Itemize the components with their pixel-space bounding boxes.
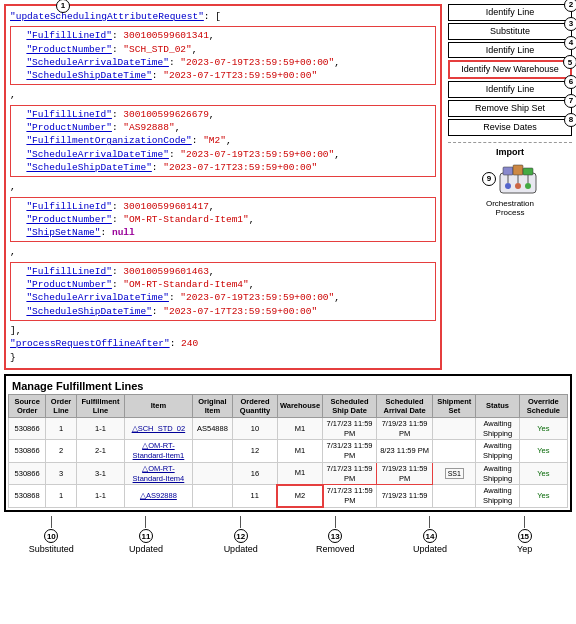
json-block-3: "FulfillLineId": 300100599601417, "Produ… xyxy=(10,197,436,243)
annotation-14: 14 Updated xyxy=(410,516,450,554)
cell-fulfillment-line: 3-1 xyxy=(76,462,124,485)
cell-qty: 12 xyxy=(233,440,278,463)
callout-identify-line-4: Identify Line 4 xyxy=(448,42,572,59)
cell-arrival-date: 7/19/23 11:59 PM xyxy=(377,462,433,485)
cell-order-line: 1 xyxy=(46,485,77,508)
json-line: "FulfillmentOrganizationCode": "M2", xyxy=(15,134,431,147)
cell-qty: 11 xyxy=(233,485,278,508)
cell-ship-date: 7/17/23 11:59 PM xyxy=(323,417,377,440)
item-link[interactable]: △OM-RT-Standard-Item1 xyxy=(133,441,185,460)
json-comma: , xyxy=(10,88,436,101)
annotation-line xyxy=(51,516,52,528)
callout-number-7: 7 xyxy=(564,94,576,108)
annotation-circle: 15 xyxy=(518,529,532,543)
cell-order-line: 1 xyxy=(46,417,77,440)
col-order-line: Order Line xyxy=(46,394,77,417)
svg-point-8 xyxy=(515,183,521,189)
callout-label: Revise Dates xyxy=(483,122,537,132)
annotation-circle: 10 xyxy=(44,529,58,543)
callout-label: Remove Ship Set xyxy=(475,103,545,113)
json-root-close: } xyxy=(10,351,436,364)
col-override: Override Schedule xyxy=(519,394,567,417)
annotation-label: Removed xyxy=(316,544,355,554)
callout-label: Identify New Warehouse xyxy=(461,64,559,74)
json-line: "ScheduleShipDateTime": "2023-07-17T23:5… xyxy=(15,161,431,174)
cell-warehouse: M1 xyxy=(277,440,322,463)
annotation-12: 12 Updated xyxy=(221,516,261,554)
cell-arrival-date: 8/23 11:59 PM xyxy=(377,440,433,463)
cell-shipset: SS1 xyxy=(433,462,476,485)
cell-qty: 16 xyxy=(233,462,278,485)
annotations-row: 10 Substituted 11 Updated 12 Updated 13 … xyxy=(0,516,576,554)
cell-item: △OM-RT-Standard-Item4 xyxy=(125,462,193,485)
annotation-circle: 13 xyxy=(328,529,342,543)
cell-source: 530866 xyxy=(9,440,46,463)
shipset-badge: SS1 xyxy=(445,468,464,479)
fulfillment-table: Source Order Order Line Fulfillment Line… xyxy=(8,394,568,509)
json-line: "ShipSetName": null xyxy=(15,226,431,239)
cell-source: 530866 xyxy=(9,417,46,440)
annotation-line xyxy=(335,516,336,528)
cell-qty: 10 xyxy=(233,417,278,440)
callout-identify-line-2: Identify Line 2 xyxy=(448,4,572,21)
annotation-circle: 12 xyxy=(234,529,248,543)
cell-orig-item: AS54888 xyxy=(192,417,232,440)
table-row: 530866 1 1-1 △SCH_STD_02 AS54888 10 M1 7… xyxy=(9,417,568,440)
json-line: "FulfillLineId": 300100599601417, xyxy=(15,200,431,213)
json-line: "ProductNumber": "SCH_STD_02", xyxy=(15,43,431,56)
json-line: "ScheduleShipDateTime": "2023-07-17T23:5… xyxy=(15,69,431,82)
cell-override: Yes xyxy=(519,417,567,440)
col-arrival-date: Scheduled Arrival Date xyxy=(377,394,433,417)
callout-substitute-3: Substitute 3 xyxy=(448,23,572,40)
import-label: Import xyxy=(496,147,524,157)
cell-fulfillment-line: 2-1 xyxy=(76,440,124,463)
svg-point-7 xyxy=(505,183,511,189)
cell-shipset xyxy=(433,485,476,508)
json-line: "ScheduleArrivalDateTime": "2023-07-19T2… xyxy=(15,148,431,161)
orchestration-row: 9 xyxy=(482,159,538,199)
cell-orig-item xyxy=(192,440,232,463)
cell-shipset xyxy=(433,417,476,440)
callout-remove-ship-set-7: Remove Ship Set 7 xyxy=(448,100,572,117)
callout-number-5: 5 xyxy=(563,55,576,69)
json-line: "ScheduleShipDateTime": "2023-07-17T23:5… xyxy=(15,305,431,318)
svg-point-9 xyxy=(525,183,531,189)
col-ordered-qty: Ordered Quantity xyxy=(233,394,278,417)
callout-number-2: 2 xyxy=(564,0,576,12)
callout-revise-dates-8: Revise Dates 8 xyxy=(448,119,572,136)
cell-source: 530866 xyxy=(9,462,46,485)
cell-ship-date: 7/31/23 11:59 PM xyxy=(323,440,377,463)
cell-item: △SCH_STD_02 xyxy=(125,417,193,440)
annotation-11: 11 Updated xyxy=(126,516,166,554)
annotation-10: 10 Substituted xyxy=(31,516,71,554)
manage-fulfillment-section: Manage Fulfillment Lines Source Order Or… xyxy=(4,374,572,513)
cell-override: Yes xyxy=(519,462,567,485)
callout-number-6: 6 xyxy=(564,75,576,89)
annotation-label: Substituted xyxy=(29,544,74,554)
json-line: "ProductNumber": "AS92888", xyxy=(15,121,431,134)
cell-warehouse: M1 xyxy=(277,417,322,440)
cell-ship-date: 7/17/23 11:59 PM xyxy=(323,485,377,508)
callout-number-4: 4 xyxy=(564,36,576,50)
cell-orig-item xyxy=(192,485,232,508)
json-line: "FulfillLineId": 300100599601341, xyxy=(15,29,431,42)
col-source-order: Source Order xyxy=(9,394,46,417)
callouts-column: Identify Line 2 Substitute 3 Identify Li… xyxy=(442,4,572,370)
annotation-circle: 11 xyxy=(139,529,153,543)
item-link[interactable]: △AS92888 xyxy=(140,491,177,500)
cell-orig-item xyxy=(192,462,232,485)
json-line: "FulfillLineId": 300100599626679, xyxy=(15,108,431,121)
callout-label: Identify Line xyxy=(486,7,535,17)
cell-warehouse: M1 xyxy=(277,462,322,485)
col-ship-date: Scheduled Ship Date xyxy=(323,394,377,417)
json-line: "ProductNumber": "OM-RT-Standard-Item1", xyxy=(15,213,431,226)
cell-arrival-date: 7/19/23 11:59 xyxy=(377,485,433,508)
cell-fulfillment-line: 1-1 xyxy=(76,417,124,440)
json-line: "FulfillLineId": 300100599601463, xyxy=(15,265,431,278)
item-link[interactable]: △SCH_STD_02 xyxy=(132,424,186,433)
item-link[interactable]: △OM-RT-Standard-Item4 xyxy=(133,464,185,483)
cell-status: Awaiting Shipping xyxy=(476,462,519,485)
table-row: 530866 3 3-1 △OM-RT-Standard-Item4 16 M1… xyxy=(9,462,568,485)
annotation-label: Updated xyxy=(129,544,163,554)
cell-order-line: 3 xyxy=(46,462,77,485)
